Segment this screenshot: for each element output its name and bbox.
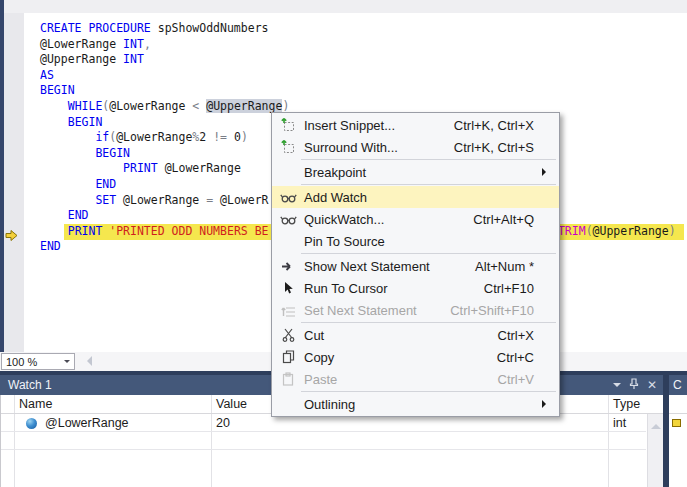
code-line: BEGIN xyxy=(40,83,75,99)
menu-item-run-to-cursor[interactable]: Run To CursorCtrl+F10 xyxy=(272,277,559,299)
menu-item-label: Paste xyxy=(304,372,498,387)
watch-name: @LowerRange xyxy=(45,416,129,430)
code-token: @LowerRange xyxy=(109,99,185,113)
code-token: @LowerRange xyxy=(116,193,199,207)
code-line: BEGIN xyxy=(40,115,102,131)
menu-item-label: Add Watch xyxy=(304,190,559,205)
code-token: @UpperRange xyxy=(593,224,669,238)
code-line-right-fragment: RTRIM(@UpperRange) xyxy=(551,224,676,240)
submenu-arrow-icon xyxy=(542,400,550,408)
watch-row-empty[interactable] xyxy=(1,432,646,450)
watch-type: int xyxy=(613,416,626,430)
code-line: END xyxy=(40,208,88,224)
code-line: AS xyxy=(40,68,54,84)
code-token: spShowOddNumbers xyxy=(158,21,269,35)
menu-item-breakpoint[interactable]: Breakpoint xyxy=(272,161,559,183)
menu-item-label: Set Next Statement xyxy=(304,303,450,318)
code-line: END xyxy=(40,177,116,193)
code-token: PRINT xyxy=(123,161,158,175)
chevron-down-icon[interactable] xyxy=(60,357,74,366)
variable-icon xyxy=(26,418,37,429)
zoom-value: 100 % xyxy=(2,356,60,368)
code-token: 0 xyxy=(234,130,241,144)
menu-item-show-next-statement[interactable]: Show Next StatementAlt+Num * xyxy=(272,255,559,277)
hscroll-left-arrow-icon[interactable] xyxy=(82,356,92,366)
menu-item-shortcut: Alt+Num * xyxy=(475,259,559,274)
code-line: PRINT @LowerRange xyxy=(40,161,241,177)
code-line: @UpperRange INT xyxy=(40,52,144,68)
code-token: if xyxy=(95,130,109,144)
code-token: != xyxy=(206,130,234,144)
window-position-icon[interactable] xyxy=(613,379,621,391)
code-token: @LowerR xyxy=(220,193,268,207)
glasses-icon xyxy=(272,213,304,226)
menu-item-label: Outlining xyxy=(304,397,559,412)
copy-icon xyxy=(272,350,304,364)
menu-item-label: Breakpoint xyxy=(304,165,559,180)
selected-token: @UpperRange xyxy=(206,99,282,113)
snippet-icon xyxy=(272,139,304,155)
code-token: SET xyxy=(95,193,116,207)
menu-item-pin-to-source[interactable]: Pin To Source xyxy=(272,230,559,252)
current-statement-arrow-icon xyxy=(5,228,18,246)
menu-item-quickwatch[interactable]: QuickWatch...Ctrl+Alt+Q xyxy=(272,208,559,230)
code-token: AS xyxy=(40,68,54,82)
menu-item-label: Run To Cursor xyxy=(304,281,484,296)
arrow-right-icon xyxy=(272,261,304,272)
menu-item-cut[interactable]: CutCtrl+X xyxy=(272,324,559,346)
menu-item-shortcut: Ctrl+Shift+F10 xyxy=(450,303,559,318)
watch-scrollbar[interactable] xyxy=(647,414,663,487)
menu-item-copy[interactable]: CopyCtrl+C xyxy=(272,346,559,368)
column-header-type[interactable]: Type xyxy=(613,397,640,411)
column-header-name[interactable]: Name xyxy=(19,397,52,411)
snippet-icon xyxy=(272,117,304,133)
app-window: CREATE PROCEDURE spShowOddNumbers@LowerR… xyxy=(0,0,687,487)
code-token: @LowerRange xyxy=(40,37,116,51)
menu-item-label: Insert Snippet... xyxy=(304,118,454,133)
menu-item-label: Pin To Source xyxy=(304,234,559,249)
code-token: CREATE PROCEDURE xyxy=(40,21,158,35)
code-token: BEGIN xyxy=(95,146,130,160)
breakpoint-margin[interactable] xyxy=(4,13,24,352)
context-menu: Insert Snippet...Ctrl+K, Ctrl+XSurround … xyxy=(271,112,560,417)
submenu-arrow-icon xyxy=(542,168,550,176)
menu-item-paste: PasteCtrl+V xyxy=(272,368,559,390)
pin-icon[interactable] xyxy=(629,378,639,393)
menu-item-shortcut: Ctrl+K, Ctrl+S xyxy=(454,140,559,155)
editor-top-strip xyxy=(4,0,687,13)
watch-value[interactable]: 20 xyxy=(216,416,230,430)
secondary-panel-header xyxy=(669,395,687,414)
menu-item-insert-snippet[interactable]: Insert Snippet...Ctrl+K, Ctrl+X xyxy=(272,114,559,136)
menu-item-label: Show Next Statement xyxy=(304,259,475,274)
close-icon[interactable]: ✕ xyxy=(647,379,657,391)
menu-item-shortcut: Ctrl+C xyxy=(497,350,559,365)
watch-title: Watch 1 xyxy=(8,378,52,392)
menu-item-surround-with[interactable]: Surround With...Ctrl+K, Ctrl+S xyxy=(272,136,559,158)
code-line: BEGIN xyxy=(40,146,130,162)
menu-item-label: Cut xyxy=(304,328,498,343)
menu-item-shortcut: Ctrl+V xyxy=(498,372,559,387)
secondary-panel: C xyxy=(669,375,687,487)
menu-item-outlining[interactable]: Outlining xyxy=(272,393,559,415)
scroll-up-icon[interactable] xyxy=(651,419,661,429)
menu-item-label: Surround With... xyxy=(304,140,454,155)
code-token: END xyxy=(68,208,89,222)
menu-item-label: Copy xyxy=(304,350,497,365)
menu-item-shortcut: Ctrl+Alt+Q xyxy=(473,212,559,227)
code-token: PRINT xyxy=(68,224,103,238)
zoom-select[interactable]: 100 % xyxy=(1,353,75,370)
cursor-icon xyxy=(272,281,304,295)
column-header-value[interactable]: Value xyxy=(216,397,247,411)
code-line: PRINT 'PRINTED ODD NUMBERS BE xyxy=(40,224,269,240)
code-token: ) xyxy=(282,99,289,113)
menu-item-add-watch[interactable]: Add Watch xyxy=(272,186,559,208)
code-token: END xyxy=(95,177,116,191)
code-token: BEGIN xyxy=(40,83,75,97)
code-token: ) xyxy=(241,130,248,144)
code-token: WHILE xyxy=(68,99,103,113)
code-token: END xyxy=(40,239,61,253)
code-token: , xyxy=(144,37,151,51)
menu-item-shortcut: Ctrl+K, Ctrl+X xyxy=(454,118,559,133)
glasses-icon xyxy=(272,191,304,204)
code-token: @LowerRange xyxy=(116,130,192,144)
